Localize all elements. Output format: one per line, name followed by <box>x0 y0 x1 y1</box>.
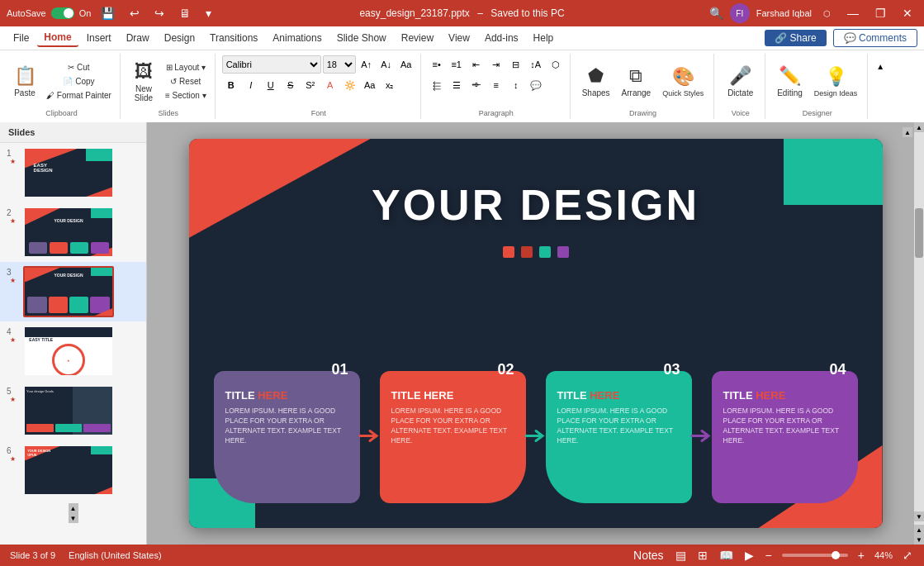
share-button[interactable]: 🔗 Share <box>765 30 826 46</box>
canvas-scroll-right-arrow[interactable]: ▲ <box>914 525 924 535</box>
canvas-scroll-down-btn[interactable]: ▼ <box>914 511 924 521</box>
menu-addins[interactable]: Add-ins <box>478 30 525 46</box>
align-center-button[interactable]: ☰ <box>448 76 466 94</box>
save-button[interactable]: 💾 <box>96 5 120 21</box>
cut-button[interactable]: ✂ Cut <box>43 61 115 74</box>
customize-button[interactable]: ▾ <box>201 5 216 21</box>
italic-button[interactable]: I <box>242 76 260 94</box>
numbering-button[interactable]: ≡1 <box>448 55 466 74</box>
ribbon-collapse-button[interactable]: ⬡ <box>818 7 836 20</box>
font-face-select[interactable]: Calibri <box>222 55 321 74</box>
slides-scroll-down[interactable]: ▼ <box>69 513 78 523</box>
status-bar: Slide 3 of 9 English (United States) Not… <box>0 545 924 566</box>
menu-home[interactable]: Home <box>37 29 78 47</box>
menu-draw[interactable]: Draw <box>120 30 156 46</box>
increase-indent-button[interactable]: ⇥ <box>487 55 505 74</box>
underline-button[interactable]: U <box>262 76 280 94</box>
restore-button[interactable]: ❐ <box>870 5 891 21</box>
clear-format-button[interactable]: Aa <box>397 55 415 74</box>
menu-file[interactable]: File <box>7 30 36 46</box>
subscript-button[interactable]: x₂ <box>381 76 399 94</box>
voice-label: Voice <box>732 107 750 117</box>
present-button[interactable]: 🖥 <box>174 5 196 21</box>
slide-sorter-button[interactable]: ⊞ <box>696 547 709 564</box>
bullets-button[interactable]: ≡• <box>428 55 446 74</box>
slide-image-1: EASYDESIGN <box>23 147 114 198</box>
align-right-button[interactable]: ⬲ <box>467 76 486 94</box>
strikethrough-button[interactable]: S <box>282 76 300 94</box>
text-shadow-button[interactable]: 💬 <box>527 76 545 94</box>
smartart-convert-button[interactable]: ⬡ <box>547 55 565 74</box>
menu-help[interactable]: Help <box>527 30 561 46</box>
decrease-indent-button[interactable]: ⇤ <box>467 55 486 74</box>
title-bar-right: 🔍 FI Farshad Iqbal ⬡ — ❐ ✕ <box>709 3 917 23</box>
canvas-scroll-down-arrow[interactable]: ▼ <box>914 535 924 545</box>
comments-button[interactable]: 💬 Comments <box>833 29 917 47</box>
designer-label: Designer <box>803 107 832 117</box>
slide-image-2: YOUR DESIGN <box>23 207 114 258</box>
menu-insert[interactable]: Insert <box>80 30 118 46</box>
slide-canvas[interactable]: YOUR DESIGN 01 TITLE HERE LOREM IPSUM. H… <box>189 139 883 528</box>
menu-slideshow[interactable]: Slide Show <box>330 30 393 46</box>
menu-view[interactable]: View <box>442 30 476 46</box>
slide-thumbnail-1[interactable]: 1 ★ EASYDESIGN <box>0 143 146 202</box>
bold-button[interactable]: B <box>222 76 240 94</box>
menu-transitions[interactable]: Transitions <box>203 30 264 46</box>
clipboard-group: 📋 Paste ✂ Cut 📄 Copy 🖌 Format Painter Cl… <box>3 54 121 119</box>
layout-button[interactable]: ⊞ Layout ▾ <box>162 61 210 74</box>
slide-thumbnail-5[interactable]: 5 ★ Your design Goals <box>0 381 146 440</box>
columns-button[interactable]: ⊟ <box>507 55 525 74</box>
close-button[interactable]: ✕ <box>898 5 917 21</box>
zoom-slider-thumb <box>832 551 840 559</box>
search-icon[interactable]: 🔍 <box>709 7 723 20</box>
redo-button[interactable]: ↪ <box>149 5 169 21</box>
menu-animations[interactable]: Animations <box>266 30 328 46</box>
reading-view-button[interactable]: 📖 <box>718 547 735 564</box>
menu-design[interactable]: Design <box>158 30 201 46</box>
undo-button[interactable]: ↩ <box>125 5 145 21</box>
paste-button[interactable]: 📋 Paste <box>8 56 41 107</box>
slide-thumbnail-4[interactable]: 4 ★ EASY TITLE ★ <box>0 321 146 381</box>
editing-icon: ✏️ <box>779 65 801 87</box>
autosave-toggle[interactable] <box>51 7 74 19</box>
decrease-font-button[interactable]: A↓ <box>377 55 396 74</box>
align-left-button[interactable]: ⬱ <box>428 76 446 94</box>
slideshow-button[interactable]: ▶ <box>743 547 756 564</box>
ribbon-collapse-arrow[interactable]: ▲ <box>871 57 889 75</box>
notes-button[interactable]: Notes <box>632 547 666 564</box>
minimize-button[interactable]: — <box>842 5 864 21</box>
line-spacing-button[interactable]: ↕ <box>507 76 525 94</box>
font-color-button[interactable]: A <box>321 76 339 94</box>
fit-slide-button[interactable]: ⤢ <box>901 547 914 564</box>
highlight-button[interactable]: 🔆 <box>341 76 359 94</box>
reset-button[interactable]: ↺ Reset <box>162 75 210 88</box>
shadow-button[interactable]: S² <box>301 76 320 94</box>
editing-button[interactable]: ✏️ Editing <box>772 56 808 107</box>
normal-view-button[interactable]: ▤ <box>674 547 688 564</box>
text-direction-button[interactable]: ↕A <box>527 55 545 74</box>
slide-thumbnail-6[interactable]: 6 ★ YOUR DESIGNOPUS <box>0 440 146 500</box>
slide-thumbnail-3[interactable]: 3 ★ YOUR DESIGN <box>0 262 146 321</box>
zoom-slider[interactable] <box>782 554 848 557</box>
zoom-in-button[interactable]: + <box>856 547 866 564</box>
shapes-button[interactable]: ⬟ Shapes <box>577 56 615 107</box>
canvas-scroll-up[interactable]: ▲ <box>903 127 912 137</box>
new-slide-button[interactable]: 🖼 NewSlide <box>127 56 160 107</box>
dictate-button[interactable]: 🎤 Dictate <box>723 56 758 107</box>
section-button[interactable]: ≡ Section ▾ <box>162 89 210 102</box>
case-button[interactable]: Aa <box>361 76 379 94</box>
font-size-select[interactable]: 18 <box>323 55 356 74</box>
design-ideas-button[interactable]: 💡 Design Ideas <box>809 56 863 107</box>
arrange-button[interactable]: ⧉ Arrange <box>617 56 656 107</box>
canvas-scroll-up-btn[interactable]: ▲ <box>914 122 924 132</box>
slide-thumbnail-2[interactable]: 2 ★ YOUR DESIGN <box>0 202 146 262</box>
justify-button[interactable]: ≡ <box>487 76 505 94</box>
quick-styles-button[interactable]: 🎨 Quick Styles <box>657 56 708 107</box>
copy-button[interactable]: 📄 Copy <box>43 75 115 88</box>
increase-font-button[interactable]: A↑ <box>358 55 376 74</box>
menu-review[interactable]: Review <box>395 30 440 46</box>
format-painter-button[interactable]: 🖌 Format Painter <box>43 89 115 102</box>
slides-scroll-up[interactable]: ▲ <box>69 503 78 513</box>
zoom-out-button[interactable]: − <box>764 547 774 564</box>
toggle-knob <box>64 8 73 18</box>
